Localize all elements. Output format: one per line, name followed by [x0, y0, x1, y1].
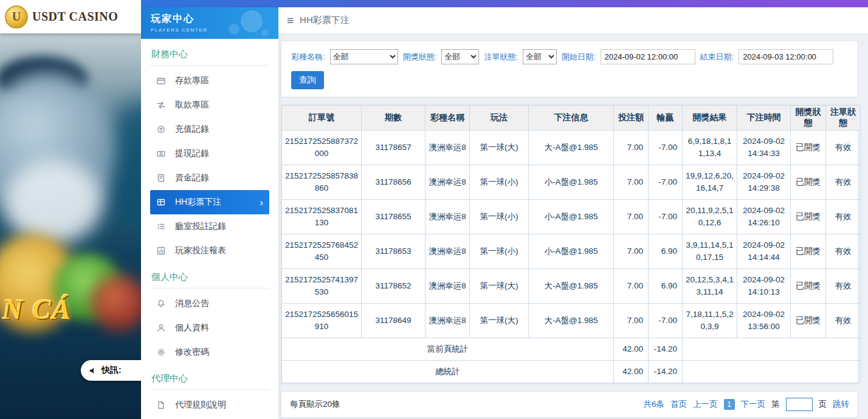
- cell-time: 2024-09-02 14:29:38: [737, 165, 791, 200]
- cell-bet-info: 大-A盤@1.985: [529, 131, 614, 165]
- doc-icon: [156, 400, 167, 410]
- sidebar-item-change-password[interactable]: 修改密碼: [150, 340, 269, 364]
- end-date-input[interactable]: [739, 49, 833, 64]
- column-header: 開獎結果: [683, 106, 737, 131]
- art-blob: [91, 275, 141, 331]
- cell-draw-status: 已開獎: [791, 165, 826, 200]
- sidebar-item-deposit-zone[interactable]: 存款專區: [150, 69, 269, 93]
- casino-topbar: U USDT CASINO: [0, 0, 141, 33]
- cell-order-status: 有效: [826, 304, 861, 338]
- art-banner-text: N CÁ: [2, 293, 72, 325]
- page-jump-input[interactable]: [786, 398, 813, 411]
- grand-stats-label: 總統計: [282, 361, 614, 383]
- sidebar-item-player-bet-report[interactable]: 玩家投注報表: [150, 239, 269, 263]
- column-header: 期數: [362, 106, 425, 131]
- sidebar-item-label: 修改密碼: [175, 347, 209, 358]
- header-decoration: [261, 29, 269, 36]
- sidebar-item-hall-bet-record[interactable]: 廳室投註記錄: [150, 214, 269, 239]
- cell-result: 7,18,11,1,5,20,3,9: [683, 304, 737, 338]
- pagination-bar: 每頁顯示20條 共6条 首页 上一页 1 下一页 第 页 跳转: [281, 391, 858, 418]
- sidebar-section-header: 代理中心: [150, 364, 269, 390]
- withdraw-icon: [156, 100, 167, 110]
- column-header: 輸贏: [649, 106, 683, 131]
- cell-time: 2024-09-02 14:34:33: [737, 131, 791, 165]
- draw-status-select[interactable]: 全部: [441, 49, 479, 64]
- grand-stats-bet: 42.00: [614, 361, 649, 383]
- page-stats-label: 當前頁統計: [282, 338, 614, 361]
- top-gradient-strip: [141, 0, 868, 7]
- usdt-coin-logo-icon: U: [5, 5, 28, 29]
- cell-time: 2024-09-02 14:10:13: [737, 269, 791, 304]
- prev-page-link[interactable]: 上一页: [693, 399, 718, 410]
- main-header: ≡ HH彩票下注: [278, 7, 868, 34]
- sidebar-item-label: 充值記錄: [175, 124, 209, 135]
- start-date-input[interactable]: [601, 49, 695, 64]
- player-portal: 玩家中心 PLAYERS CENTER 財務中心存款專區取款專區充值記錄提現記錄…: [141, 0, 868, 419]
- cell-lottery: 澳洲幸运8: [425, 304, 470, 338]
- cell-order: 2152172525887372000: [282, 131, 362, 165]
- gear-icon: [156, 347, 167, 357]
- column-header: 下注信息: [529, 106, 614, 131]
- cell-result: 6,9,18,1,8,11,13,4: [683, 131, 737, 165]
- cell-draw-status: 已開獎: [791, 304, 826, 338]
- grand-stats-win: -14.20: [649, 361, 683, 383]
- header-decoration: [229, 24, 239, 35]
- table-row: 215217252565601591031178649澳洲幸运8第一球(大)大-…: [282, 304, 861, 338]
- cell-play: 第一球(大): [470, 304, 529, 338]
- column-header: 訂單號: [282, 106, 362, 131]
- end-date-label: 結束日期:: [700, 52, 734, 63]
- menu-toggle-icon[interactable]: ≡: [287, 14, 294, 27]
- sidebar-item-withdraw-zone[interactable]: 取款專區: [150, 93, 269, 117]
- sidebar-item-agent-rules[interactable]: 代理規則說明: [150, 393, 269, 417]
- sidebar: 玩家中心 PLAYERS CENTER 財務中心存款專區取款專區充值記錄提現記錄…: [141, 7, 278, 419]
- page-label-post: 页: [819, 399, 827, 410]
- sidebar-item-recharge-record[interactable]: 充值記錄: [150, 117, 269, 141]
- next-page-link[interactable]: 下一页: [741, 399, 766, 410]
- column-header: 注單狀態: [826, 106, 861, 131]
- sidebar-item-funds-record[interactable]: 資金記錄: [150, 166, 269, 190]
- page-stats-win: -14.20: [649, 338, 683, 361]
- page-title: HH彩票下注: [300, 15, 350, 26]
- search-button[interactable]: 查詢: [291, 71, 324, 89]
- speaker-icon: [89, 366, 98, 375]
- cell-win: 6.90: [649, 234, 683, 269]
- lottery-name-select[interactable]: 全部: [330, 49, 398, 64]
- pager: 共6条 首页 上一页 1 下一页 第 页 跳转: [643, 398, 849, 411]
- main-area: ≡ HH彩票下注 彩種名稱: 全部 開獎狀態: 全部 注單狀態: [278, 7, 868, 419]
- sidebar-item-cashout-record[interactable]: 提現記錄: [150, 141, 269, 166]
- cell-period: 31178655: [362, 200, 425, 234]
- column-header: 玩法: [470, 106, 529, 131]
- cell-order-status: 有效: [826, 200, 861, 234]
- cell-amount: 7.00: [614, 200, 649, 234]
- cell-period: 31178657: [362, 131, 425, 165]
- header-decoration: [241, 10, 263, 32]
- sidebar-item-announcements[interactable]: 消息公告: [150, 291, 269, 316]
- table-row: 215217252574139753031178652澳洲幸运8第一球(大)大-…: [282, 269, 861, 304]
- cell-order: 2152172525741397530: [282, 269, 362, 304]
- first-page-link[interactable]: 首页: [670, 399, 687, 410]
- cell-order-status: 有效: [826, 234, 861, 269]
- cell-amount: 7.00: [614, 131, 649, 165]
- jump-button[interactable]: 跳转: [833, 399, 849, 410]
- cell-order-status: 有效: [826, 165, 861, 200]
- table-row: 215217252583708113031178655澳洲幸运8第一球(小)小-…: [282, 200, 861, 234]
- report-icon: [156, 246, 167, 256]
- order-status-select[interactable]: 全部: [523, 49, 557, 64]
- art-blob: [5, 160, 102, 245]
- start-date-label: 開始日期:: [562, 52, 596, 63]
- sidebar-item-profile[interactable]: 個人資料: [150, 316, 269, 340]
- lottery-name-label: 彩種名稱:: [291, 52, 325, 63]
- current-page[interactable]: 1: [724, 399, 735, 410]
- column-header: 開獎狀態: [791, 106, 826, 131]
- cell-play: 第一球(小): [470, 165, 529, 200]
- filter-row: 彩種名稱: 全部 開獎狀態: 全部 注單狀態: 全部 開始日期:: [291, 49, 848, 64]
- sidebar-section-header: 財務中心: [150, 40, 269, 66]
- sidebar-item-hh-lottery-bets[interactable]: HH彩票下注›: [150, 190, 269, 214]
- cell-play: 第一球(小): [470, 234, 529, 269]
- sidebar-item-label: 存款專區: [175, 75, 209, 86]
- table-row: 215217252585783886031178656澳洲幸运8第一球(小)小-…: [282, 165, 861, 200]
- recharge-icon: [156, 124, 167, 134]
- hall-icon: [156, 222, 167, 231]
- cell-bet-info: 大-A盤@1.985: [529, 269, 614, 304]
- cell-order: 2152172525857838860: [282, 165, 362, 200]
